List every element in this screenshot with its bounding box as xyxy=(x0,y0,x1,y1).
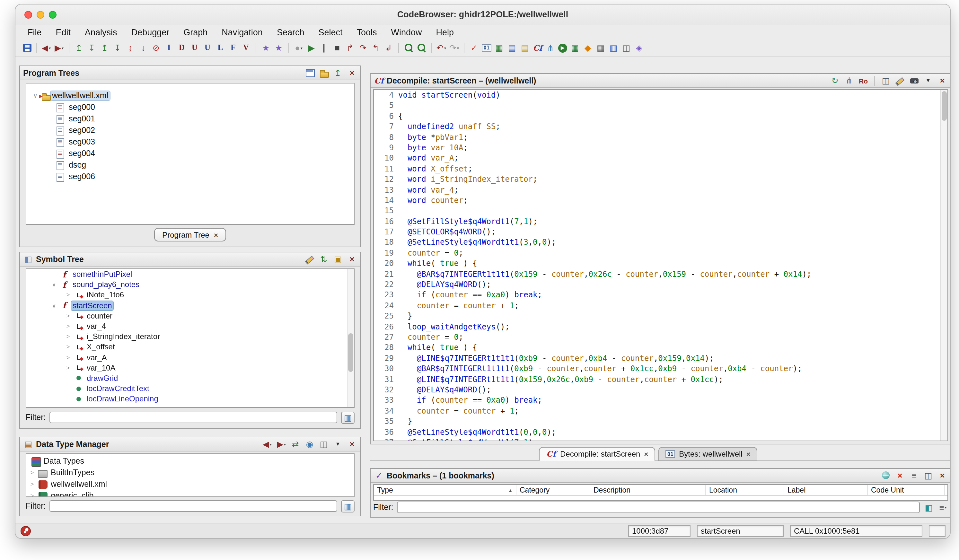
code-line-27[interactable]: 27 counter = 0; xyxy=(374,332,948,343)
filter-settings-button[interactable]: ▥ xyxy=(341,500,355,512)
code-line-29[interactable]: 29 @LINE$q7INTEGERt1t1t1(0xb9 - counter,… xyxy=(374,353,948,364)
menu-debugger[interactable]: Debugger xyxy=(124,27,177,37)
markup-u2-icon[interactable]: U xyxy=(202,42,213,53)
program-tree-item-seg001[interactable]: seg001 xyxy=(26,113,354,124)
close-icon[interactable]: × xyxy=(347,254,357,264)
datatype-item-Data-Types[interactable]: Data Types xyxy=(26,455,354,467)
symbol-item-var_4[interactable]: >Lvar_4 xyxy=(26,321,354,331)
function-graph-icon[interactable]: ⋔ xyxy=(545,42,556,53)
program-tree-root[interactable]: ∨▶wellwellwell.xml xyxy=(26,90,354,102)
next-reference-icon[interactable]: ↧ xyxy=(112,42,123,53)
pause-icon[interactable]: ∥ xyxy=(319,42,330,53)
column-header-code-unit[interactable]: Code Unit xyxy=(868,485,945,495)
auto-analyze-options-icon[interactable]: ★ xyxy=(274,42,284,53)
defined-strings-icon[interactable]: ▤ xyxy=(519,42,530,53)
expander-icon[interactable]: > xyxy=(62,323,74,329)
program-tree-tab[interactable]: Program Tree × xyxy=(154,228,226,242)
layout-icon[interactable]: ◫ xyxy=(319,439,329,450)
symbol-tree-view[interactable]: fsomethinPutPixel∨fsound_play6_notes>LiN… xyxy=(26,269,355,408)
edit-icon[interactable] xyxy=(304,254,315,264)
code-line-31[interactable]: 31 @LINE$q7INTEGERt1t1t1(0x159,0x26c,0xb… xyxy=(374,374,948,385)
column-header-label[interactable]: Label xyxy=(784,485,868,495)
step-last-icon[interactable]: ↲ xyxy=(384,42,394,53)
code-line-21[interactable]: 21 @BAR$q7INTEGERt1t1t1(0x159 - counter,… xyxy=(374,269,948,279)
script-manager-icon[interactable]: ▦ xyxy=(570,42,580,53)
prev-reference-icon[interactable]: ↥ xyxy=(100,42,110,53)
expander-icon[interactable]: > xyxy=(28,493,37,497)
memory-map-icon[interactable]: ▥ xyxy=(608,42,618,53)
program-tree-item-seg004[interactable]: seg004 xyxy=(26,148,354,159)
menu-caret-icon[interactable]: ▼ xyxy=(923,75,933,86)
close-icon[interactable]: × xyxy=(347,439,357,450)
auto-analyze-icon[interactable]: ★ xyxy=(261,42,271,53)
code-line-30[interactable]: 30 @BAR$q7INTEGERt1t1t1(0xb9 - counter,c… xyxy=(374,363,948,374)
menu-graph[interactable]: Graph xyxy=(176,27,215,37)
program-trees-header[interactable]: Program Trees ↥× xyxy=(20,66,360,80)
edit-signature-icon[interactable] xyxy=(895,75,905,86)
close-tab-icon[interactable]: × xyxy=(746,450,750,458)
program-tree-item-seg000[interactable]: seg000 xyxy=(26,102,354,113)
expander-icon[interactable]: ∨ xyxy=(48,282,60,288)
bookmarks-table-body[interactable] xyxy=(374,496,948,501)
select-columns-icon[interactable]: ≡ xyxy=(909,470,919,481)
code-line-23[interactable]: 23 if (counter == 0xa0) break; xyxy=(374,290,948,301)
back-icon[interactable]: ◀▾ xyxy=(41,42,51,53)
step-over-icon[interactable]: ↷ xyxy=(358,42,368,53)
markup-v-icon[interactable]: V xyxy=(241,42,251,53)
program-tree-item-seg006[interactable]: seg006 xyxy=(26,171,354,182)
data-type-tree-view[interactable]: Data Types>BuiltInTypes>wellwellwell.xml… xyxy=(26,453,355,497)
symbol-tree-header[interactable]: ◧ Symbol Tree ⇅▣× xyxy=(20,252,360,267)
menu-window[interactable]: Window xyxy=(384,27,429,37)
code-line-22[interactable]: 22 @DELAY$q4WORD(); xyxy=(374,279,948,290)
code-line-8[interactable]: 8 byte *pbVar1; xyxy=(374,132,948,143)
refresh-icon[interactable]: ⇅ xyxy=(319,254,329,264)
symbol-item-sound_play6_notes[interactable]: ∨fsound_play6_notes xyxy=(26,279,354,290)
expander-icon[interactable]: > xyxy=(62,292,74,298)
symbol-item-iNote_1to6[interactable]: >LiNote_1to6 xyxy=(26,290,354,300)
symbol-item-i_StringIndex_iterator[interactable]: >Li_StringIndex_iterator xyxy=(26,331,354,342)
symbol-item-var_10A[interactable]: >Lvar_10A xyxy=(26,363,354,373)
defined-data-icon[interactable]: ▦ xyxy=(494,42,504,53)
datatype-item-BuiltInTypes[interactable]: >BuiltInTypes xyxy=(26,467,354,479)
bookmarks-view-icon[interactable]: ◈ xyxy=(634,42,644,53)
code-line-16[interactable]: 16 @SetFillStyle$q4Wordt1(7,1); xyxy=(374,216,948,227)
code-line-32[interactable]: 32 @DELAY$q4WORD(); xyxy=(374,385,948,395)
symbol-item-somethinPutPixel[interactable]: fsomethinPutPixel xyxy=(26,269,354,279)
column-header-description[interactable]: Description xyxy=(590,485,706,495)
close-icon[interactable]: × xyxy=(937,75,948,86)
open-folder-icon[interactable] xyxy=(319,67,329,78)
bookmarks-filter-input[interactable] xyxy=(397,501,920,513)
code-line-6[interactable]: 6{ xyxy=(374,111,948,122)
refresh-icon[interactable]: ↻ xyxy=(830,75,840,86)
tab-bytes-wellwellwell[interactable]: 01Bytes: wellwellwell× xyxy=(658,447,757,461)
code-line-10[interactable]: 10 word var_A; xyxy=(374,153,948,164)
save-icon[interactable] xyxy=(22,42,32,53)
code-line-9[interactable]: 9 byte var_10A; xyxy=(374,143,948,153)
search-program-icon[interactable] xyxy=(416,42,427,53)
decompiler-view-icon[interactable] xyxy=(532,42,543,53)
decompile-header[interactable]: Decompile: startScreen – (wellwellwell) … xyxy=(371,74,951,88)
code-line-37[interactable]: 37 @SetFillStyle$q4Wordt1(7,1); xyxy=(374,438,948,441)
next-function-icon[interactable]: ↧ xyxy=(87,42,97,53)
code-line-35[interactable]: 35 } xyxy=(374,416,948,427)
paste-icon[interactable]: ▣ xyxy=(333,254,343,264)
menu-navigation[interactable]: Navigation xyxy=(215,27,270,37)
expander-icon[interactable]: ∨ xyxy=(48,302,60,309)
filter-settings-button[interactable]: ▥ xyxy=(341,411,355,423)
code-line-17[interactable]: 17 @SETCOLOR$q4WORD(); xyxy=(374,227,948,237)
data-type-manager-header[interactable]: ▤ Data Type Manager ◀▾▶▾⇄◉◫▼× xyxy=(20,438,360,452)
filter-types-icon[interactable] xyxy=(881,470,891,481)
titlebar[interactable]: CodeBrowser: ghidr12POLE:/wellwellwell xyxy=(16,5,950,25)
scrollbar[interactable] xyxy=(940,90,948,441)
sync-icon[interactable]: ⇄ xyxy=(290,439,301,450)
record-icon[interactable]: ●▾ xyxy=(293,42,304,53)
step-into-icon[interactable]: ↱ xyxy=(345,42,355,53)
menu-select[interactable]: Select xyxy=(311,27,349,37)
code-line-20[interactable]: 20 while( true ) { xyxy=(374,258,948,269)
datatype-item-generic_clib[interactable]: >generic_clib xyxy=(26,490,354,497)
search-memory-icon[interactable] xyxy=(403,42,414,53)
bookmarks-header[interactable]: ✓ Bookmarks – (1 bookmarks) ×≡◫× xyxy=(371,469,951,483)
stop-icon[interactable]: ■ xyxy=(332,42,342,53)
close-icon[interactable]: × xyxy=(347,67,357,78)
code-line-4[interactable]: 4void startScreen(void) xyxy=(374,90,948,100)
